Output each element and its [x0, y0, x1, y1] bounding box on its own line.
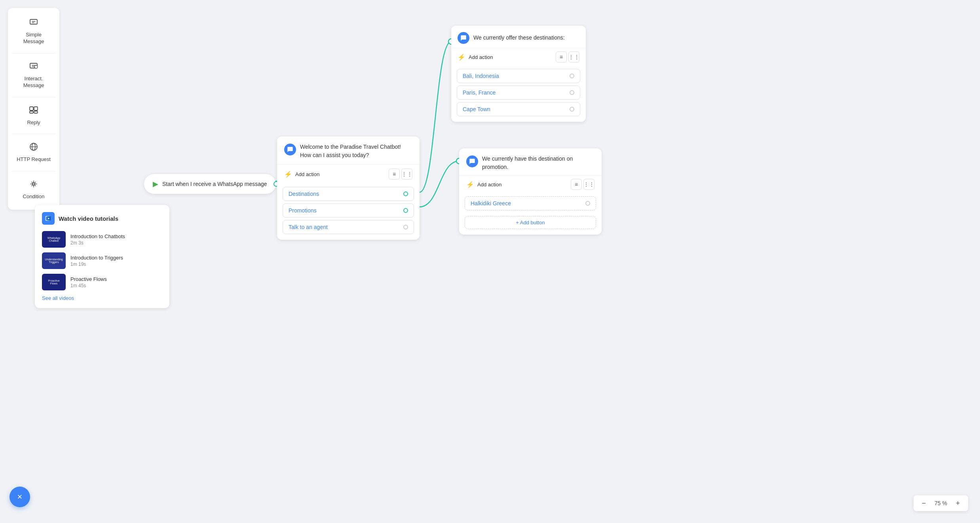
sidebar-reply-label: Reply	[27, 119, 40, 126]
welcome-message-text: Welcome to the Paradise Travel Chatbot! …	[300, 143, 412, 159]
zoom-controls: − 75 % +	[914, 495, 968, 511]
sidebar-interact-message-label: Interact. Message	[16, 76, 51, 89]
video-thumb-chatbots-text: WhatsAppChatbot	[46, 235, 61, 243]
dest-paris-dot	[570, 90, 574, 95]
welcome-action-bar: ⚡ Add action ≡ ⋮⋮	[277, 164, 420, 184]
choice-item-destinations[interactable]: Destinations	[283, 187, 414, 201]
promotions-action-btn-menu[interactable]: ⋮⋮	[583, 179, 594, 190]
sidebar-divider-1	[12, 53, 55, 53]
video-tutorials-panel: Watch video tutorials WhatsAppChatbot In…	[35, 205, 169, 308]
dest-bali-dot	[570, 74, 574, 78]
video-thumb-proactive-text: ProactiveFlows	[47, 278, 61, 286]
play-icon: ▶	[153, 180, 158, 188]
dest-bali-label: Bali, Indonesia	[463, 73, 499, 79]
promo-halkidiki-dot	[585, 201, 590, 206]
promotions-action-btn-list[interactable]: ≡	[571, 179, 582, 190]
see-all-videos-link[interactable]: See all videos	[42, 295, 162, 301]
choice-item-promotions[interactable]: Promotions	[283, 203, 414, 218]
video-info-triggers: Introduction to Triggers 1m 19s	[70, 255, 123, 267]
start-trigger-label: Start when I receive a WhatsApp message	[162, 181, 267, 187]
video-panel-title: Watch video tutorials	[59, 215, 118, 222]
video-thumb-triggers: UnderstandingTriggers	[42, 252, 66, 269]
destinations-header: We currently offer these destinations:	[451, 26, 586, 48]
zoom-in-button[interactable]: +	[952, 498, 963, 509]
zoom-out-button[interactable]: −	[918, 498, 929, 509]
svg-rect-7	[30, 111, 33, 113]
video-panel-header: Watch video tutorials	[42, 212, 162, 225]
http-request-icon	[29, 142, 38, 154]
close-button[interactable]: ×	[9, 487, 30, 507]
welcome-action-btn-menu[interactable]: ⋮⋮	[401, 169, 412, 180]
sidebar-item-simple-message[interactable]: Simple Message	[12, 12, 55, 51]
video-thumb-proactive: ProactiveFlows	[42, 274, 66, 290]
destinations-bolt-icon: ⚡	[458, 53, 465, 61]
choice-item-talk-agent[interactable]: Talk to an agent	[283, 220, 414, 234]
svg-rect-2	[30, 19, 37, 24]
sidebar-item-condition[interactable]: Condition	[12, 174, 55, 206]
choice-talk-agent-label: Talk to an agent	[289, 224, 328, 230]
video-title-chatbots: Introduction to Chatbots	[70, 233, 125, 239]
welcome-message-node: Welcome to the Paradise Travel Chatbot! …	[277, 136, 420, 240]
svg-rect-6	[34, 107, 38, 110]
dest-item-paris[interactable]: Paris, France	[457, 85, 580, 100]
choice-talk-agent-dot	[403, 225, 408, 229]
promotions-node: We currently have this destination on pr…	[459, 148, 602, 235]
bolt-icon: ⚡	[284, 171, 292, 178]
choice-destinations-dot	[403, 191, 408, 196]
sidebar-item-reply[interactable]: Reply	[12, 100, 55, 132]
sidebar-divider-3	[12, 134, 55, 134]
video-item-triggers[interactable]: UnderstandingTriggers Introduction to Tr…	[42, 252, 162, 269]
destinations-action-btn-group: ≡ ⋮⋮	[556, 51, 579, 63]
promo-item-halkidiki[interactable]: Halkidiki Greece	[465, 196, 596, 210]
start-trigger-node[interactable]: ▶ Start when I receive a WhatsApp messag…	[144, 174, 276, 194]
video-item-chatbots[interactable]: WhatsAppChatbot Introduction to Chatbots…	[42, 231, 162, 248]
welcome-node-header: Welcome to the Paradise Travel Chatbot! …	[277, 136, 420, 164]
choice-destinations-label: Destinations	[289, 191, 319, 197]
promo-halkidiki-label: Halkidiki Greece	[471, 200, 511, 207]
destinations-message-icon	[458, 32, 469, 44]
promotions-action-btn-group: ≡ ⋮⋮	[571, 179, 594, 190]
video-duration-triggers: 1m 19s	[70, 262, 123, 267]
destinations-action-btn-menu[interactable]: ⋮⋮	[568, 51, 579, 63]
dest-item-cape-town[interactable]: Cape Town	[457, 102, 580, 116]
promotions-message-text: We currently have this destination on pr…	[482, 155, 594, 171]
video-info-chatbots: Introduction to Chatbots 2m 3s	[70, 233, 125, 246]
promotions-list: Halkidiki Greece	[459, 193, 602, 216]
svg-point-4	[34, 65, 38, 68]
video-item-proactive[interactable]: ProactiveFlows Proactive Flows 1m 45s	[42, 274, 162, 290]
promotions-bolt-icon: ⚡	[466, 181, 474, 188]
svg-rect-5	[30, 107, 33, 110]
condition-icon	[29, 179, 38, 191]
sidebar-item-interact-message[interactable]: Interact. Message	[12, 56, 55, 95]
sidebar-item-http-request[interactable]: HTTP Request	[12, 136, 55, 169]
video-panel-icon	[42, 212, 55, 225]
video-title-proactive: Proactive Flows	[70, 276, 107, 282]
destinations-node: We currently offer these destinations: ⚡…	[451, 26, 586, 122]
dest-item-bali[interactable]: Bali, Indonesia	[457, 69, 580, 83]
zoom-level-display: 75 %	[933, 500, 949, 506]
video-duration-proactive: 1m 45s	[70, 283, 107, 288]
close-icon: ×	[17, 492, 23, 502]
destinations-list: Bali, Indonesia Paris, France Cape Town	[451, 66, 586, 122]
welcome-message-icon	[284, 144, 296, 155]
promotions-add-action-label[interactable]: Add action	[477, 182, 568, 188]
video-duration-chatbots: 2m 3s	[70, 240, 125, 246]
choice-promotions-dot	[403, 208, 408, 213]
add-button-label: + Add button	[516, 220, 545, 225]
add-button-row[interactable]: + Add button	[465, 216, 596, 229]
choice-promotions-label: Promotions	[289, 207, 317, 214]
promotions-message-icon	[466, 155, 478, 167]
destinations-action-btn-list[interactable]: ≡	[556, 51, 567, 63]
promotions-header: We currently have this destination on pr…	[459, 148, 602, 175]
sidebar-divider-4	[12, 171, 55, 171]
interact-message-icon	[29, 61, 38, 73]
welcome-action-btn-group: ≡ ⋮⋮	[389, 169, 412, 180]
dest-paris-label: Paris, France	[463, 89, 496, 96]
svg-rect-8	[34, 111, 38, 113]
destinations-add-action-label[interactable]: Add action	[469, 54, 553, 60]
promotions-action-bar: ⚡ Add action ≡ ⋮⋮	[459, 175, 602, 193]
video-thumb-chatbots: WhatsAppChatbot	[42, 231, 66, 248]
welcome-action-btn-list[interactable]: ≡	[389, 169, 400, 180]
sidebar-http-request-label: HTTP Request	[17, 156, 51, 163]
welcome-add-action-label[interactable]: Add action	[295, 171, 386, 177]
